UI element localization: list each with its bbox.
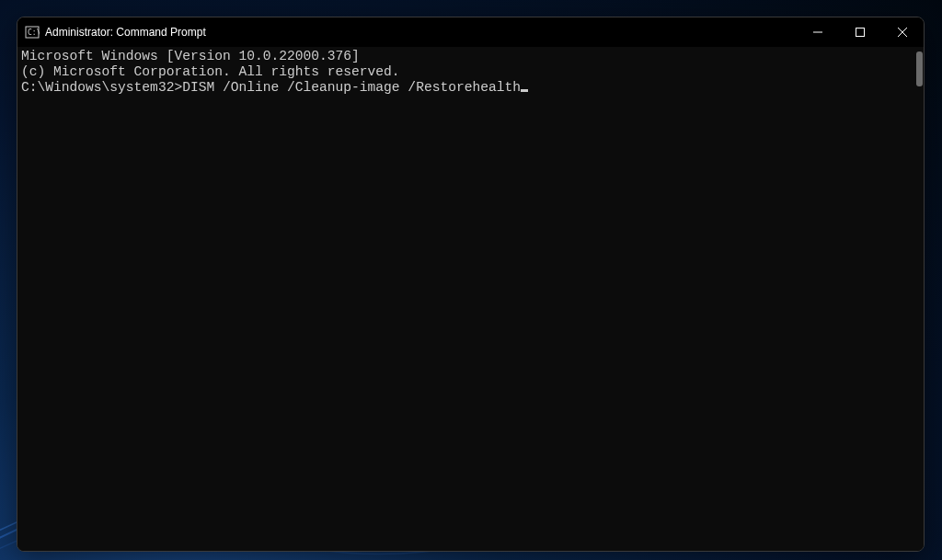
titlebar[interactable]: C:\ Administrator: Command Prompt [17,17,924,47]
text-cursor [521,89,528,92]
console-line: (c) Microsoft Corporation. All rights re… [21,64,920,80]
svg-text:C:\: C:\ [28,29,40,37]
prompt-path: C:\Windows\system32> [21,80,182,95]
window-title: Administrator: Command Prompt [45,26,797,39]
typed-command: DISM /Online /Cleanup-image /Restoreheal… [182,80,521,95]
console-prompt-line: C:\Windows\system32>DISM /Online /Cleanu… [21,80,920,96]
cmd-icon: C:\ [25,25,40,40]
command-prompt-window: C:\ Administrator: Command Prompt Micros… [17,17,925,552]
console-output[interactable]: Microsoft Windows [Version 10.0.22000.37… [17,47,924,551]
minimize-button[interactable] [797,17,839,47]
window-controls [797,17,924,47]
maximize-button[interactable] [839,17,881,47]
close-button[interactable] [881,17,924,47]
svg-rect-3 [856,29,865,37]
console-line: Microsoft Windows [Version 10.0.22000.37… [21,49,920,64]
scrollbar-thumb[interactable] [916,51,923,86]
